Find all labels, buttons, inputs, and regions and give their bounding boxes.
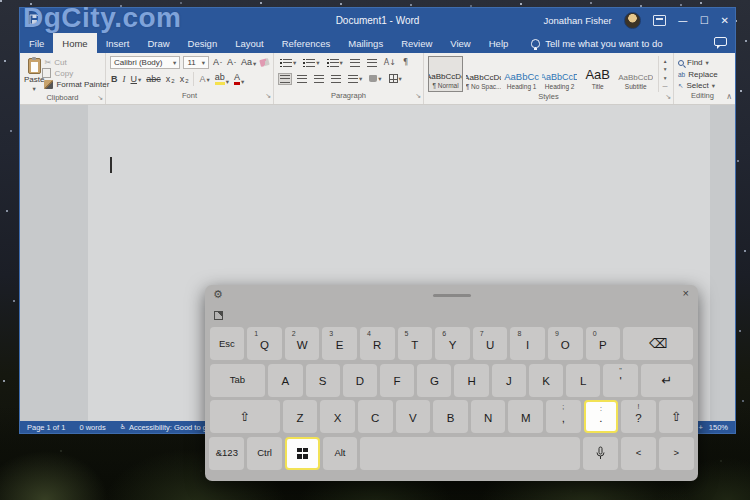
key-symbols[interactable]: &123 [209,437,244,470]
key-e[interactable]: 3E [322,327,357,360]
font-size-select[interactable]: 11 ▾ [183,56,209,69]
key-s[interactable]: S [306,364,340,397]
keyboard-drag-handle[interactable] [433,294,471,297]
tab-references[interactable]: References [273,33,340,53]
comment-icon[interactable] [714,37,727,46]
paragraph-dialog-launcher[interactable]: ↘ [415,92,421,100]
key-t[interactable]: 5T [398,327,433,360]
highlight-color-button[interactable]: ab▾ [214,72,230,86]
tab-layout[interactable]: Layout [226,33,273,53]
key-j[interactable]: J [492,364,526,397]
key-p[interactable]: 0P [586,327,621,360]
key-x[interactable]: X [320,400,355,433]
key-z[interactable]: Z [283,400,318,433]
key-mic[interactable] [583,437,618,470]
style-normal[interactable]: AaBbCcDc ¶ Normal [428,56,463,92]
collapse-ribbon-button[interactable]: ∧ [726,92,732,101]
key-enter[interactable]: ↵ [641,364,694,397]
tab-help[interactable]: Help [480,33,518,53]
format-painter-button[interactable]: Format Painter [44,80,109,89]
key-w[interactable]: 2W [285,327,320,360]
key-shift-right[interactable]: ⇧ [659,400,694,433]
key-f[interactable]: F [380,364,414,397]
key-k[interactable]: K [529,364,563,397]
multilevel-list-button[interactable]: ▾ [325,57,345,69]
key-apostrophe[interactable]: "' [603,364,637,397]
maximize-button[interactable]: ☐ [700,15,709,26]
style-title[interactable]: AaB Title [580,56,615,92]
shrink-font-button[interactable]: Aˇ [226,57,237,68]
word-count[interactable]: 0 words [79,423,105,432]
key-n[interactable]: N [471,400,506,433]
zoom-in-button[interactable]: + [698,423,702,432]
align-left-button[interactable] [278,73,292,85]
clear-formatting-icon[interactable] [259,58,269,67]
superscript-button[interactable]: x2 [179,74,190,85]
styles-gallery-more[interactable]: ▾— [661,75,669,90]
key-c[interactable]: C [358,400,393,433]
tab-review[interactable]: Review [392,33,441,53]
key-d[interactable]: D [343,364,377,397]
keyboard-layout-icon[interactable] [214,311,223,320]
zoom-level[interactable]: 150% [709,423,728,432]
key-shift-left[interactable]: ⇧ [210,400,280,433]
key-arrow-left[interactable]: < [621,437,656,470]
show-hide-marks-button[interactable]: ¶ [401,56,410,69]
tab-mailings[interactable]: Mailings [339,33,392,53]
key-comma[interactable]: ;, [546,400,581,433]
key-alt[interactable]: Alt [323,437,358,470]
key-h[interactable]: H [454,364,488,397]
change-case-button[interactable]: Aa▾ [240,57,257,68]
font-color-button[interactable]: A▾ [233,72,245,86]
font-dialog-launcher[interactable]: ↘ [265,92,271,100]
line-spacing-button[interactable]: ▾ [346,73,364,85]
cut-button[interactable]: ✂ Cut [44,58,109,67]
avatar[interactable] [624,12,641,29]
key-l[interactable]: L [566,364,600,397]
style-heading-1[interactable]: AaBbCc Heading 1 [504,56,539,92]
ribbon-display-options-icon[interactable] [653,15,666,26]
numbering-button[interactable]: ▾ [301,57,321,69]
key-u[interactable]: 7U [473,327,508,360]
styles-scroll-down[interactable]: ▾ [661,66,669,74]
tab-design[interactable]: Design [179,33,227,53]
key-period[interactable]: :. [584,400,619,433]
page-indicator[interactable]: Page 1 of 1 [27,423,65,432]
italic-button[interactable]: I [122,74,127,85]
key-tab[interactable]: Tab [210,364,266,397]
styles-scroll-up[interactable]: ▴ [661,58,669,66]
style-no-spacing[interactable]: AaBbCcDc ¶ No Spac... [466,56,501,92]
key-question[interactable]: !? [621,400,656,433]
style-subtitle[interactable]: AaBbCcD Subtitle [618,56,653,92]
underline-button[interactable]: U▾ [130,74,143,85]
grow-font-button[interactable]: Aˆ [212,57,223,68]
tell-me-box[interactable]: Tell me what you want to do [531,33,662,53]
strikethrough-button[interactable]: abc [145,74,162,85]
justify-button[interactable] [329,73,343,85]
tab-file[interactable]: File [20,33,53,53]
key-arrow-right[interactable]: > [659,437,694,470]
find-button[interactable]: Find ▾ [678,58,718,67]
key-ctrl[interactable]: Ctrl [247,437,282,470]
sort-button[interactable]: A↓ [382,56,398,69]
key-a[interactable]: A [268,364,302,397]
font-family-select[interactable]: Calibri (Body) ▾ [110,56,180,69]
key-g[interactable]: G [417,364,451,397]
keyboard-close-button[interactable]: × [683,288,689,299]
styles-dialog-launcher[interactable]: ↘ [665,93,671,101]
replace-button[interactable]: ab Replace [678,70,718,79]
tab-insert[interactable]: Insert [97,33,139,53]
subscript-button[interactable]: x2 [165,74,176,85]
keyboard-settings-icon[interactable]: ⚙ [213,289,223,300]
borders-button[interactable]: ▾ [387,72,404,85]
paste-button[interactable]: Paste ▾ [24,56,44,93]
key-q[interactable]: 1Q [247,327,282,360]
key-o[interactable]: 9O [548,327,583,360]
increase-indent-button[interactable] [365,57,379,69]
minimize-button[interactable]: — [678,15,688,26]
select-button[interactable]: ↖ Select ▾ [678,81,718,90]
key-b[interactable]: B [433,400,468,433]
tab-draw[interactable]: Draw [138,33,178,53]
tab-home[interactable]: Home [53,33,96,53]
accessibility-status[interactable]: ♿ Accessibility: Good to go [120,423,211,432]
